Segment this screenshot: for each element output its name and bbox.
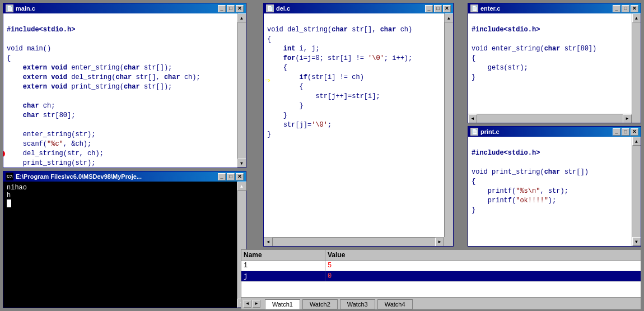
- del-c-titlebar: 📄 del.c _ □ ✕: [264, 3, 453, 13]
- enter-c-code-area: #include<stdio.h> void enter_string(char…: [468, 13, 641, 123]
- watch-tab-4[interactable]: Watch4: [377, 299, 413, 309]
- main-c-titlebar: 📄 main.c _ □ ✕: [3, 3, 246, 13]
- print-c-window: 📄 print.c _ □ ✕ #include<stdio.h> void p…: [468, 126, 641, 247]
- del-c-scrollbar-v[interactable]: ▲ ▼: [444, 13, 453, 246]
- watch-tab-1[interactable]: Watch1: [265, 299, 300, 309]
- watch-name-j: j: [241, 271, 325, 281]
- corner-piece-enter: [632, 114, 641, 123]
- del-c-code: void del_string(char str[], char ch) { i…: [264, 13, 444, 151]
- print-maximize-button[interactable]: □: [622, 128, 629, 136]
- del-c-window: 📄 del.c _ □ ✕ void del_string(char str[]…: [263, 3, 454, 247]
- file-icon-print: 📄: [470, 128, 478, 136]
- watch-value-header: Value: [325, 250, 347, 260]
- corner-piece: [444, 237, 453, 246]
- watch-row-i[interactable]: i 5: [241, 261, 641, 271]
- enter-title-buttons: _ □ ✕: [613, 5, 638, 12]
- console-minimize-button[interactable]: _: [218, 173, 226, 180]
- file-icon-del: 📄: [266, 4, 274, 12]
- del-scroll-up-btn[interactable]: ▲: [445, 13, 454, 22]
- watch-empty: [241, 282, 641, 297]
- watch-tabs: ◄ ► Watch1 Watch2 Watch3 Watch4: [241, 297, 641, 309]
- del-scroll-left-btn[interactable]: ◄: [264, 238, 273, 247]
- del-c-scrollbar-h[interactable]: ◄ ►: [264, 237, 444, 246]
- console-scroll-up-btn[interactable]: ▲: [237, 182, 246, 191]
- console-cursor: [7, 199, 11, 207]
- watch-name-i: i: [241, 261, 325, 271]
- console-line-2: h: [7, 192, 242, 199]
- print-c-title: print.c: [480, 128, 500, 135]
- console-close-button[interactable]: ✕: [236, 173, 244, 180]
- file-icon: 📄: [6, 4, 13, 12]
- enter-maximize-button[interactable]: □: [622, 5, 629, 12]
- enter-c-scrollbar-h[interactable]: ◄ ►: [468, 114, 632, 123]
- del-close-button[interactable]: ✕: [443, 5, 451, 12]
- del-maximize-button[interactable]: □: [434, 5, 442, 12]
- print-title-buttons: _ □ ✕: [613, 128, 638, 136]
- enter-minimize-button[interactable]: _: [613, 5, 620, 12]
- del-c-title: del.c: [276, 5, 290, 12]
- file-icon-enter: 📄: [470, 4, 478, 12]
- maximize-button[interactable]: □: [227, 5, 235, 12]
- enter-c-scrollbar-v[interactable]: ▲ ▼: [632, 13, 641, 123]
- main-c-code-area: #include<stdio.h> void main() { extern v…: [3, 13, 246, 168]
- scroll-up-btn[interactable]: ▲: [237, 13, 246, 22]
- print-c-code-area: #include<stdio.h> void print_string(char…: [468, 137, 641, 246]
- enter-scroll-up-btn[interactable]: ▲: [632, 13, 641, 22]
- minimize-button[interactable]: _: [218, 5, 226, 12]
- main-c-title: main.c: [16, 5, 35, 12]
- enter-close-button[interactable]: ✕: [631, 5, 638, 12]
- watch-header: Name Value: [241, 250, 641, 261]
- watch-nav: ◄ ►: [241, 300, 264, 308]
- title-left-print: 📄 print.c: [470, 128, 500, 136]
- print-c-titlebar: 📄 print.c _ □ ✕: [468, 127, 641, 137]
- watch-tab-2[interactable]: Watch2: [302, 299, 338, 309]
- console-content: nihao h ▲ ▼: [3, 182, 246, 308]
- execution-arrow: ⇒: [265, 75, 270, 86]
- main-c-scrollbar-v[interactable]: ▲ ▼: [237, 13, 246, 168]
- console-line-1: nihao: [7, 184, 242, 192]
- enter-c-title: enter.c: [480, 5, 500, 12]
- print-scroll-down-btn[interactable]: ▼: [632, 237, 641, 246]
- enter-c-window: 📄 enter.c _ □ ✕ #include<stdio.h> void e…: [468, 3, 641, 123]
- console-icon: C:\: [6, 173, 13, 180]
- scroll-down-btn[interactable]: ▼: [237, 159, 246, 168]
- title-left-enter: 📄 enter.c: [470, 4, 500, 12]
- print-scroll-up-btn[interactable]: ▲: [632, 137, 641, 146]
- console-title-buttons: _ □ ✕: [218, 173, 244, 180]
- title-buttons: _ □ ✕: [218, 5, 244, 12]
- main-c-code: #include<stdio.h> void main() { extern v…: [3, 13, 237, 168]
- watch-nav-right[interactable]: ►: [253, 300, 260, 308]
- enter-scroll-right-btn[interactable]: ►: [623, 114, 632, 123]
- watch-value-j: 0: [325, 271, 334, 281]
- del-c-code-area: void del_string(char str[], char ch) { i…: [264, 13, 453, 246]
- title-left: 📄 main.c: [6, 4, 35, 12]
- watch-window: Name Value i 5 j 0 ◄ ► Watch1 Watch2 Wat…: [241, 249, 641, 310]
- console-title: E:\Program Files\vc6.0\MSDev98\MyProje..…: [16, 173, 142, 180]
- del-scroll-right-btn[interactable]: ►: [435, 238, 444, 247]
- print-c-code: #include<stdio.h> void print_string(char…: [468, 137, 632, 227]
- print-c-scrollbar-v[interactable]: ▲ ▼: [632, 137, 641, 246]
- enter-c-code: #include<stdio.h> void enter_string(char…: [468, 13, 632, 94]
- main-c-window: 📄 main.c _ □ ✕ #include<stdio.h> void ma…: [3, 3, 246, 168]
- enter-scroll-left-btn[interactable]: ◄: [468, 114, 477, 123]
- console-window: C:\ E:\Program Files\vc6.0\MSDev98\MyPro…: [3, 171, 246, 308]
- console-maximize-button[interactable]: □: [227, 173, 235, 180]
- watch-value-i: 5: [325, 261, 334, 271]
- watch-name-header: Name: [241, 250, 325, 260]
- console-titlebar: C:\ E:\Program Files\vc6.0\MSDev98\MyPro…: [3, 171, 246, 182]
- title-left-console: C:\ E:\Program Files\vc6.0\MSDev98\MyPro…: [6, 173, 142, 180]
- close-button[interactable]: ✕: [236, 5, 244, 12]
- title-left-del: 📄 del.c: [266, 4, 290, 12]
- del-minimize-button[interactable]: _: [425, 5, 433, 12]
- print-close-button[interactable]: ✕: [631, 128, 638, 136]
- watch-tab-3[interactable]: Watch3: [340, 299, 375, 309]
- del-title-buttons: _ □ ✕: [425, 5, 451, 12]
- enter-c-titlebar: 📄 enter.c _ □ ✕: [468, 3, 641, 13]
- watch-row-j[interactable]: j 0: [241, 271, 641, 282]
- print-minimize-button[interactable]: _: [613, 128, 620, 136]
- watch-nav-left[interactable]: ◄: [244, 300, 251, 308]
